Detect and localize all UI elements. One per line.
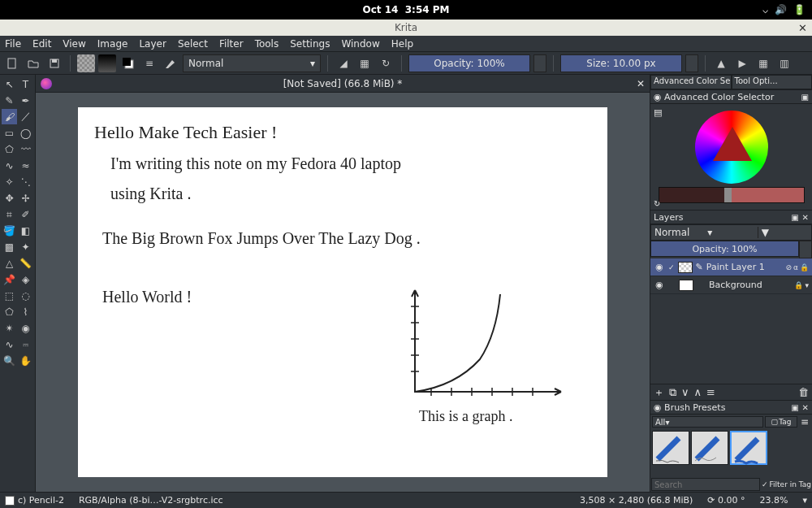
fgbg-swatch[interactable] [119, 54, 137, 72]
brush-preset-item[interactable] [730, 431, 767, 465]
opacity-slider[interactable]: Opacity: 100% [408, 54, 530, 72]
view-mode-icon[interactable]: ≡ [799, 416, 810, 428]
layer-row[interactable]: ◉ Background 🔒▾ [650, 276, 812, 294]
filter-in-tag-checkbox[interactable]: ✓ Filter in Tag [762, 478, 811, 491]
status-rotation[interactable]: ⟳ 0.00 ° [707, 495, 745, 506]
tool-move-layer[interactable]: ✢ [18, 190, 33, 206]
tool-select-magnetic[interactable]: ⎓ [18, 336, 33, 352]
tool-select-poly[interactable]: ⬠ [2, 304, 17, 319]
tool-similar[interactable]: ◈ [18, 271, 33, 287]
tool-line[interactable]: ／ [18, 109, 33, 124]
tool-reference[interactable]: 📌 [2, 271, 17, 287]
document-close-button[interactable]: ✕ [637, 78, 645, 89]
menu-layer[interactable]: Layer [139, 38, 166, 50]
color-selector[interactable]: ▤ ↻ [650, 104, 812, 210]
tool-transform[interactable]: ✥ [2, 190, 17, 206]
gradient-swatch[interactable] [98, 54, 116, 72]
brush-preset-item[interactable] [691, 431, 728, 465]
menu-view[interactable]: View [63, 38, 85, 50]
eraser-toggle[interactable]: ◢ [335, 54, 352, 72]
blend-mode-select[interactable]: Normal ▾ [183, 54, 321, 72]
layer-opacity-slider[interactable]: Opacity: 100% [650, 241, 799, 257]
layer-menu-button[interactable]: ≡ [706, 386, 715, 398]
tool-select-bezier[interactable]: ∿ [2, 336, 17, 352]
opacity-spinner[interactable] [533, 54, 546, 72]
open-file-button[interactable] [24, 54, 42, 72]
tool-color-picker[interactable]: ✐ [18, 206, 33, 222]
close-icon[interactable]: ▣ [801, 93, 809, 102]
brush-preset-icon[interactable] [162, 54, 179, 72]
add-layer-button[interactable]: ＋ [654, 385, 664, 400]
acs-refresh-icon[interactable]: ↻ [654, 199, 660, 208]
color-history[interactable] [659, 187, 805, 203]
save-file-button[interactable] [45, 54, 63, 72]
tool-ellipse[interactable]: ◯ [18, 125, 33, 141]
tool-polygon[interactable]: ⬠ [2, 141, 17, 157]
tool-multi[interactable]: ⋱ [18, 174, 33, 189]
menu-tools[interactable]: Tools [255, 38, 279, 50]
tool-zoom[interactable]: 🔍 [2, 353, 17, 368]
tool-fill[interactable]: 🪣 [2, 223, 17, 238]
preserve-alpha-toggle[interactable]: ▦ [356, 54, 374, 72]
move-up-button[interactable]: ∧ [694, 386, 702, 398]
mirror-h-button[interactable]: ▲ [712, 54, 730, 72]
tool-pattern[interactable]: ▩ [2, 239, 17, 254]
tool-edit-shapes[interactable]: ✎ [2, 93, 17, 108]
tool-select-similar[interactable]: ◉ [18, 320, 33, 336]
menu-edit[interactable]: Edit [32, 38, 51, 50]
tab-advanced-color-selector[interactable]: Advanced Color Selec... [650, 75, 732, 89]
tool-freehand-path[interactable]: ≈ [18, 158, 33, 173]
menu-select[interactable]: Select [178, 38, 208, 50]
pattern-swatch[interactable] [77, 54, 95, 72]
visibility-icon[interactable]: ◉ [654, 280, 665, 290]
tool-select-free[interactable]: ⌇ [18, 304, 33, 319]
tool-smart-patch[interactable]: ✦ [18, 239, 33, 254]
canvas[interactable]: Hello Make Tech Easier ! I'm writing thi… [78, 107, 607, 477]
close-icon[interactable]: ✕ [802, 213, 809, 222]
tool-move[interactable]: ↖ [2, 76, 17, 92]
workspace-button[interactable]: ▥ [775, 54, 793, 72]
layer-row[interactable]: ◉ ✓ ✎ Paint Layer 1 ⊘α🔒 [650, 258, 812, 276]
menu-filter[interactable]: Filter [219, 38, 244, 50]
size-slider[interactable]: Size: 10.00 px [560, 54, 682, 72]
menu-settings[interactable]: Settings [290, 38, 330, 50]
document-tab[interactable]: [Not Saved] (66.8 MiB) * ✕ [36, 75, 650, 93]
preset-search-input[interactable] [651, 478, 760, 491]
menu-window[interactable]: Window [341, 38, 379, 50]
delete-layer-button[interactable]: 🗑 [798, 386, 809, 398]
mirror-v-button[interactable]: ▶ [733, 54, 751, 72]
tool-gradient[interactable]: ◧ [18, 223, 33, 238]
window-close-button[interactable]: ✕ [798, 22, 807, 34]
tool-dynamic[interactable]: ✧ [2, 174, 17, 189]
tool-crop[interactable]: ⌗ [2, 206, 17, 222]
reload-brush-button[interactable]: ↻ [377, 54, 395, 72]
tab-tool-options[interactable]: Tool Opti... [732, 75, 813, 89]
menu-image[interactable]: Image [97, 38, 128, 50]
battery-icon[interactable]: 🔋 [793, 4, 806, 15]
status-zoom[interactable]: 23.8% [760, 495, 788, 506]
float-icon[interactable]: ▣ [791, 213, 798, 222]
duplicate-layer-button[interactable]: ⧉ [669, 386, 676, 399]
status-color-swatch[interactable] [5, 496, 15, 506]
tag-button[interactable]: ▢Tag [765, 416, 797, 428]
size-spinner[interactable] [685, 54, 698, 72]
tool-pan[interactable]: ✋ [18, 353, 33, 368]
layer-blend-mode[interactable]: Normal▾▼ [650, 224, 812, 241]
brush-preset-item[interactable] [652, 431, 689, 465]
new-file-button[interactable] [3, 54, 21, 72]
brush-settings-icon[interactable]: ≡ [140, 54, 158, 72]
tool-select-rect[interactable]: ⬚ [2, 288, 17, 303]
volume-icon[interactable]: 🔊 [775, 4, 787, 15]
filter-icon[interactable]: ▼ [758, 227, 811, 238]
visibility-icon[interactable]: ◉ [654, 262, 665, 272]
wifi-icon[interactable]: ⌵ [762, 4, 768, 15]
tool-select-ellipse[interactable]: ◌ [18, 288, 33, 303]
acs-menu-icon[interactable]: ▤ [654, 107, 662, 118]
float-icon[interactable]: ▣ [791, 403, 798, 412]
tool-polyline[interactable]: 〰 [18, 141, 33, 157]
close-icon[interactable]: ✕ [802, 403, 809, 412]
tool-bezier[interactable]: ∿ [2, 158, 17, 173]
layer-opacity-spinner[interactable] [799, 241, 812, 258]
tool-assistant[interactable]: △ [2, 255, 17, 271]
tool-text[interactable]: T [18, 76, 33, 92]
